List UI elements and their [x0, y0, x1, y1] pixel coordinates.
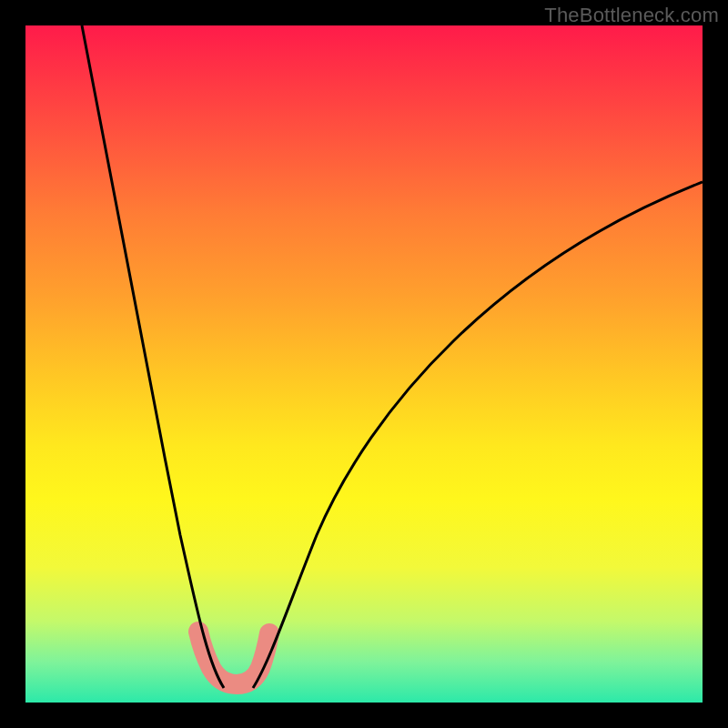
chart-svg	[25, 25, 703, 703]
curve-left-branch	[82, 25, 224, 688]
chart-plot-area	[25, 25, 703, 703]
curve-right-branch	[253, 182, 703, 688]
watermark-text: TheBottleneck.com	[544, 4, 719, 27]
